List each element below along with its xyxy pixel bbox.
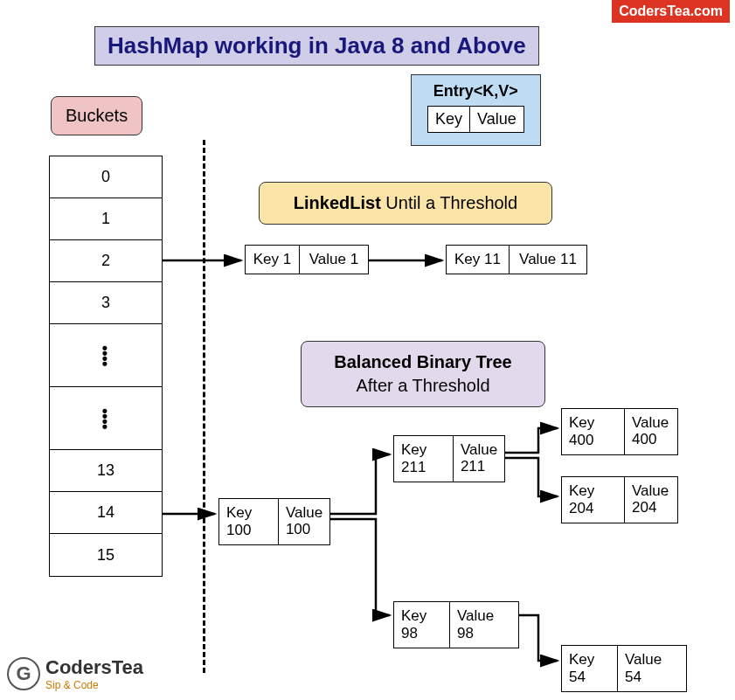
- balancedtree-label: Balanced Binary Tree After a Threshold: [301, 341, 545, 407]
- tree-node: Key 400 Value 400: [561, 408, 678, 455]
- dashed-separator: [203, 140, 205, 673]
- tree-node: Key 204 Value 204: [561, 476, 678, 523]
- logo-text-bottom: Sip & Code: [45, 679, 143, 691]
- ll-node: Key 1 Value 1: [245, 245, 369, 274]
- logo-text-top: CodersTea: [45, 656, 143, 679]
- bucket-cell: 13: [50, 450, 162, 492]
- tree-node-value: Value 211: [454, 436, 504, 482]
- tree-node-key: Key 211: [394, 436, 454, 482]
- logo-icon: G: [7, 657, 40, 690]
- bucket-cell: 3: [50, 282, 162, 324]
- tree-node-value: Value 400: [625, 409, 677, 454]
- tree-node: Key 54 Value 54: [561, 645, 687, 692]
- buckets-label: Buckets: [51, 96, 142, 135]
- tree-node-key: Key 54: [562, 646, 618, 691]
- brand-tag: CodersTea.com: [612, 0, 730, 23]
- bucket-cell: 15: [50, 534, 162, 576]
- entry-legend: Entry<K,V> Key Value: [411, 74, 541, 146]
- bucket-cell-dots: ••••: [50, 324, 162, 387]
- tree-node-key: Key 400: [562, 409, 625, 454]
- entry-title: Entry<K,V>: [427, 82, 524, 100]
- tree-node-value: Value 54: [618, 646, 686, 691]
- bucket-cell: 0: [50, 156, 162, 198]
- ll-node-key: Key 1: [246, 246, 300, 274]
- tree-node-value: Value 98: [450, 602, 518, 648]
- bucket-cell: 14: [50, 492, 162, 534]
- bucket-cell: 1: [50, 198, 162, 240]
- page-title: HashMap working in Java 8 and Above: [94, 26, 539, 66]
- tree-node-key: Key 98: [394, 602, 450, 648]
- entry-key-label: Key: [428, 107, 470, 132]
- bucket-cell: 2: [50, 240, 162, 282]
- tree-node-value: Value 100: [279, 499, 329, 544]
- tree-node-root: Key 100 Value 100: [218, 498, 330, 545]
- ll-node: Key 11 Value 11: [446, 245, 587, 274]
- linkedlist-label: LinkedList Until a Threshold: [259, 182, 552, 225]
- tree-node: Key 211 Value 211: [393, 435, 505, 482]
- tree-node-key: Key 100: [219, 499, 279, 544]
- tree-node-key: Key 204: [562, 477, 625, 523]
- entry-value-label: Value: [470, 107, 524, 132]
- tree-node: Key 98 Value 98: [393, 601, 519, 648]
- tree-node-value: Value 204: [625, 477, 677, 523]
- ll-node-value: Value 11: [510, 246, 586, 274]
- ll-node-value: Value 1: [300, 246, 368, 274]
- logo: G CodersTea Sip & Code: [7, 656, 143, 691]
- bucket-cell-dots: ••••: [50, 387, 162, 450]
- ll-node-key: Key 11: [447, 246, 510, 274]
- bucket-column: 0 1 2 3 •••• •••• 13 14 15: [49, 156, 163, 577]
